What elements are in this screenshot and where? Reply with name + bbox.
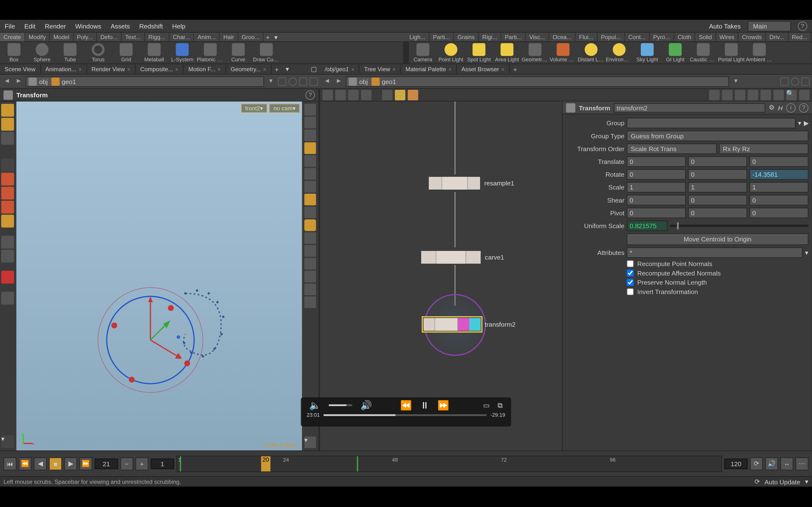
rotate-tool-icon[interactable] bbox=[1, 132, 14, 145]
ty-input[interactable]: 0 bbox=[688, 157, 747, 167]
options-icon[interactable]: ⋯ bbox=[796, 457, 808, 470]
shelf-tab[interactable]: Red... bbox=[788, 33, 812, 41]
tab-renderview[interactable]: Render View× bbox=[87, 65, 135, 73]
tool-platonic[interactable]: Platonic Sol... bbox=[196, 43, 224, 62]
dropdown-icon[interactable]: ▾ bbox=[798, 119, 802, 127]
shelf-tab[interactable]: Parti... bbox=[429, 33, 454, 41]
tool-vollight[interactable]: Volume Light bbox=[549, 43, 577, 62]
shelf-dropdown-icon[interactable]: ▾ bbox=[272, 33, 280, 41]
grid-view-icon[interactable] bbox=[348, 90, 359, 100]
uv-icon[interactable] bbox=[304, 283, 316, 295]
snap2-tool-icon[interactable] bbox=[1, 249, 14, 263]
shelf-tab[interactable]: Anim... bbox=[194, 33, 220, 41]
shelf-tab[interactable]: Grains bbox=[454, 33, 479, 41]
list-view-icon[interactable] bbox=[322, 90, 333, 100]
shz-input[interactable]: 0 bbox=[749, 195, 808, 206]
keyframe-mark[interactable] bbox=[357, 456, 358, 471]
shx-input[interactable]: 0 bbox=[627, 195, 686, 206]
shelf-tab[interactable]: Crowds bbox=[739, 33, 766, 41]
sz-input[interactable]: 1 bbox=[749, 182, 808, 193]
layout2-icon[interactable] bbox=[722, 90, 732, 100]
h-icon[interactable]: H bbox=[778, 104, 783, 111]
prev-frame-icon[interactable]: ◀ bbox=[34, 457, 47, 470]
close-icon[interactable]: × bbox=[448, 66, 451, 72]
shelf-add-icon[interactable]: + bbox=[264, 33, 272, 41]
invert-checkbox[interactable] bbox=[627, 288, 633, 295]
next-frame-icon[interactable]: ⏩ bbox=[80, 457, 92, 470]
tool-geolight[interactable]: Geometry L... bbox=[521, 43, 549, 62]
dropdown-icon[interactable]: ▾ bbox=[266, 77, 276, 86]
layout5-icon[interactable] bbox=[761, 90, 771, 100]
tab-geometry[interactable]: Geometry...× bbox=[226, 65, 271, 73]
keyframe-mark[interactable] bbox=[180, 456, 181, 471]
close-icon[interactable]: × bbox=[501, 66, 505, 72]
arrow-tool-icon[interactable] bbox=[1, 159, 14, 171]
shaded-icon[interactable] bbox=[304, 143, 316, 154]
py-input[interactable]: 0 bbox=[688, 208, 747, 218]
increment-icon[interactable]: + bbox=[136, 457, 148, 470]
grouptype-select[interactable]: Guess from Group bbox=[627, 131, 808, 141]
stop-icon[interactable]: ■ bbox=[49, 457, 62, 470]
tool-distlight[interactable]: Distant Light bbox=[577, 43, 605, 62]
volume-slider[interactable] bbox=[329, 404, 352, 406]
tool-lsystem[interactable]: L-System bbox=[168, 43, 196, 62]
shelf-tab[interactable]: Modify bbox=[25, 33, 50, 41]
rewind-icon[interactable]: ⏪ bbox=[400, 400, 412, 411]
reselect-icon[interactable]: ▶ bbox=[804, 119, 808, 127]
shy-input[interactable]: 0 bbox=[688, 195, 747, 206]
tool-grid[interactable]: Grid bbox=[112, 43, 140, 62]
scale-tool-icon[interactable] bbox=[1, 187, 14, 200]
points-icon[interactable] bbox=[304, 245, 316, 257]
select-tool-icon[interactable] bbox=[1, 104, 14, 117]
shelf-tab[interactable]: Ligh... bbox=[406, 33, 429, 41]
gear-icon[interactable]: ⚙ bbox=[769, 104, 774, 111]
airplay-icon[interactable]: ▭ bbox=[483, 401, 490, 409]
shelf-tab[interactable]: Parti... bbox=[501, 33, 526, 41]
ghost-icon[interactable] bbox=[304, 129, 316, 141]
tab-dropdown-icon[interactable]: ▾ bbox=[282, 64, 293, 74]
tool-spotlight[interactable]: Spot Light bbox=[465, 43, 493, 62]
render-icon[interactable] bbox=[289, 77, 297, 86]
close-icon[interactable]: × bbox=[127, 66, 130, 72]
layout3-icon[interactable] bbox=[735, 90, 746, 100]
tool-pointlight[interactable]: Point Light bbox=[437, 43, 465, 62]
expand-icon[interactable]: ▾ bbox=[304, 437, 316, 448]
preserve-nl-checkbox[interactable] bbox=[627, 279, 633, 286]
uscale-slider[interactable] bbox=[670, 225, 808, 227]
expand-icon[interactable] bbox=[799, 90, 810, 100]
shelf-tab[interactable]: Cloth bbox=[674, 33, 696, 41]
find-icon[interactable] bbox=[801, 77, 810, 86]
magnet-tool-icon[interactable] bbox=[1, 271, 14, 283]
close-icon[interactable]: × bbox=[263, 66, 266, 72]
shelf-tab[interactable]: Wires bbox=[716, 33, 739, 41]
pin-icon[interactable] bbox=[278, 77, 286, 86]
tool-causticlight[interactable]: Caustic Light bbox=[689, 43, 717, 62]
help-icon[interactable]: ? bbox=[798, 21, 807, 31]
node-transform2[interactable]: transform2 bbox=[423, 318, 515, 332]
tool-drawcurve[interactable]: Draw Curve bbox=[252, 43, 280, 62]
tool-gilight[interactable]: GI Light bbox=[661, 43, 689, 62]
tool-metaball[interactable]: Metaball bbox=[140, 43, 168, 62]
menu-render[interactable]: Render bbox=[45, 22, 66, 30]
layout-icon[interactable] bbox=[709, 90, 720, 100]
tool-sphere[interactable]: Sphere bbox=[28, 43, 56, 62]
tab-matpalette[interactable]: Material Palette× bbox=[401, 65, 457, 73]
end-frame-field[interactable]: 120 bbox=[724, 458, 748, 469]
selected-icon[interactable] bbox=[304, 193, 316, 205]
misc-icon[interactable] bbox=[304, 296, 316, 308]
nav-fwd-icon[interactable]: ► bbox=[334, 77, 344, 86]
auto-update-label[interactable]: Auto Update bbox=[764, 478, 800, 485]
node-carve1[interactable]: carve1 bbox=[420, 250, 504, 264]
brush-tool-icon[interactable] bbox=[1, 173, 14, 185]
range-icon[interactable]: ↔ bbox=[780, 457, 793, 470]
add-tab-icon[interactable]: + bbox=[510, 64, 520, 74]
shelf-tab[interactable]: Char... bbox=[169, 33, 194, 41]
refresh-icon[interactable]: ⟳ bbox=[755, 478, 760, 485]
path-field[interactable]: obj geo1 bbox=[346, 76, 729, 87]
attributes-input[interactable]: * bbox=[627, 247, 803, 258]
recompute-pn-checkbox[interactable] bbox=[627, 260, 633, 267]
tool-camera[interactable]: Camera bbox=[409, 43, 437, 62]
maximize-icon[interactable]: ▢ bbox=[307, 64, 320, 74]
info-icon[interactable]: i bbox=[786, 103, 796, 112]
dropdown-icon[interactable]: ▾ bbox=[805, 478, 809, 485]
